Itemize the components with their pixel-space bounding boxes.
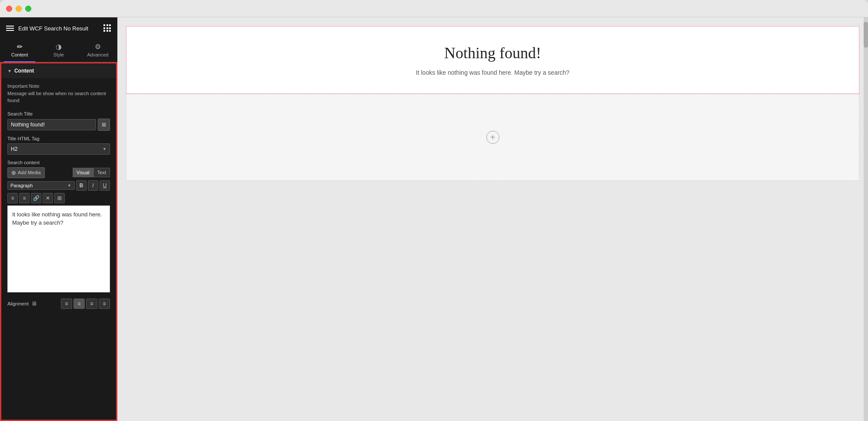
more-btn[interactable]: ✕ [43,193,53,203]
sidebar-header-left: Edit WCF Search No Result [6,25,88,32]
text-view-btn[interactable]: Text [93,168,110,177]
preview-content: It looks like nothing was found here. Ma… [140,69,846,76]
hamburger-icon[interactable] [6,26,14,31]
tab-style[interactable]: ◑ Style [39,39,78,62]
alignment-buttons: ≡ ≡ ≡ ≡ [61,298,110,309]
search-title-input[interactable] [7,119,96,130]
tab-content-label: Content [11,52,28,57]
close-button[interactable] [6,6,12,12]
editor-topbar: ⊕ Add Media Visual Text [7,167,110,178]
paragraph-select-wrapper: Paragraph Heading 1 Heading 2 Heading 3 … [7,181,75,190]
underline-button[interactable]: U [100,180,110,191]
add-media-icon: ⊕ [11,169,16,176]
tab-content[interactable]: ✏ Content [0,39,39,62]
app-body: Edit WCF Search No Result ✏ Content ◑ St… [0,17,868,421]
title-html-tag-select-wrapper: H1 H2 H3 H4 H5 H6 div span p [7,143,110,155]
section-chevron: ▼ [7,69,12,73]
search-content-label: Search content [7,160,110,165]
add-media-label: Add Media [18,170,41,175]
link-btn[interactable]: 🔗 [31,193,41,203]
alignment-device-icon: 🖥 [31,300,37,307]
tab-advanced-label: Advanced [87,52,109,57]
search-title-field: Search Title ⊠ [1,109,116,133]
important-note: Important Note: Message will be show whe… [1,78,116,109]
plus-icon: + [490,133,496,143]
sidebar: Edit WCF Search No Result ✏ Content ◑ St… [0,17,117,421]
content-tab-icon: ✏ [17,43,23,50]
clear-icon: ⊠ [102,122,106,128]
align-center-btn[interactable]: ≡ [73,298,85,309]
main-canvas: Nothing found! It looks like nothing was… [117,17,868,421]
canvas-wrapper: Nothing found! It looks like nothing was… [126,26,859,181]
bold-button[interactable]: B [76,180,86,191]
title-html-tag-field: Title HTML Tag H1 H2 H3 H4 H5 H6 div spa… [1,133,116,157]
editor-content-area[interactable]: It looks like nothing was found here. Ma… [7,206,110,292]
search-title-row: ⊠ [7,119,110,131]
alignment-label-text: Alignment [7,301,29,306]
style-tab-icon: ◑ [56,43,62,50]
search-content-field: Search content ⊕ Add Media Visual Text P… [1,157,116,295]
italic-button[interactable]: I [88,180,98,191]
tab-style-label: Style [53,52,64,57]
note-text: Important Note: Message will be show whe… [7,83,106,103]
align-justify-btn[interactable]: ≡ [99,298,110,309]
add-section-button[interactable]: + [486,131,499,144]
alignment-field: Alignment 🖥 ≡ ≡ ≡ ≡ [1,295,116,312]
visual-view-btn[interactable]: Visual [73,168,93,177]
add-section-area[interactable]: + [126,94,859,181]
paragraph-select[interactable]: Paragraph Heading 1 Heading 2 Heading 3 … [7,181,75,190]
tab-advanced[interactable]: ⚙ Advanced [78,39,117,62]
section-label: Content [14,68,34,74]
scrollbar-thumb[interactable] [864,22,868,48]
title-html-tag-row: H1 H2 H3 H4 H5 H6 div span p [7,143,110,155]
search-title-clear-btn[interactable]: ⊠ [98,119,110,131]
title-html-tag-select[interactable]: H1 H2 H3 H4 H5 H6 div span p [7,143,110,155]
editor-toolbar: Paragraph Heading 1 Heading 2 Heading 3 … [7,180,110,191]
advanced-tab-icon: ⚙ [95,43,101,50]
view-toggle: Visual Text [73,168,110,177]
content-section-header[interactable]: ▼ Content [1,63,116,78]
right-scrollbar[interactable] [864,17,868,421]
align-left-toolbar-btn[interactable]: ≡ [7,193,18,203]
window-chrome [0,0,868,17]
sidebar-content-area: ▼ Content Important Note: Message will b… [0,62,117,421]
align-center-toolbar-btn[interactable]: ≡ [19,193,30,203]
search-title-label: Search Title [7,111,110,116]
maximize-button[interactable] [25,6,31,12]
align-left-btn[interactable]: ≡ [61,298,72,309]
alignment-label-group: Alignment 🖥 [7,300,37,307]
preview-widget: Nothing found! It looks like nothing was… [126,26,859,94]
sidebar-header: Edit WCF Search No Result [0,17,117,39]
preview-title: Nothing found! [140,44,846,62]
sidebar-title: Edit WCF Search No Result [18,25,88,32]
align-right-btn[interactable]: ≡ [86,298,97,309]
apps-grid-icon[interactable] [103,24,111,32]
editor-text: It looks like nothing was found here. Ma… [12,211,102,226]
title-html-tag-label: Title HTML Tag [7,136,110,141]
add-media-button[interactable]: ⊕ Add Media [7,167,45,178]
sidebar-tabs: ✏ Content ◑ Style ⚙ Advanced [0,39,117,62]
editor-toolbar-row2: ≡ ≡ 🔗 ✕ ⊞ [7,193,110,203]
table-btn[interactable]: ⊞ [54,193,65,203]
minimize-button[interactable] [16,6,22,12]
